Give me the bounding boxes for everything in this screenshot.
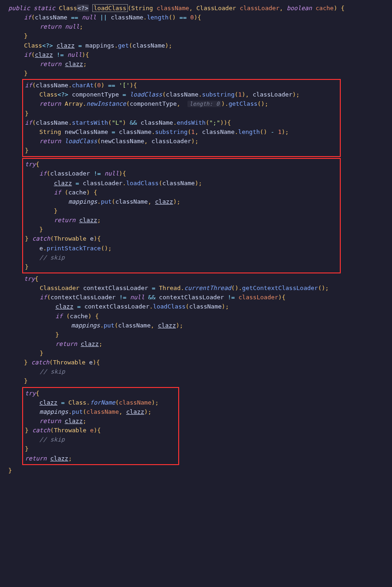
var: cache	[68, 189, 86, 196]
var: clazz	[50, 455, 68, 462]
generic: <?>	[57, 91, 68, 98]
var: e	[39, 245, 43, 252]
num: 1	[238, 91, 242, 98]
call: charAt	[72, 82, 94, 89]
var: newClassName	[65, 128, 108, 135]
kw-if: if	[54, 189, 61, 196]
var: clazz	[39, 399, 57, 406]
if-L: if(className.startsWith("L") && classNam…	[25, 118, 340, 127]
var: newClassName	[101, 138, 144, 145]
op: =	[61, 399, 65, 406]
brace: }	[8, 466, 392, 475]
kw-public: public	[8, 5, 30, 12]
str: ";"	[209, 119, 220, 126]
ret-type: Class	[59, 5, 77, 12]
var: clazz	[126, 408, 144, 415]
call: substring	[202, 91, 235, 98]
kw-return: return	[39, 100, 61, 107]
kw-catch: catch	[32, 235, 50, 242]
catch: } catch(Throwable e){	[25, 426, 178, 435]
code-block: public static Class<?> loadClass(String …	[8, 4, 392, 475]
if-null-check: if(className == null || className.length…	[8, 13, 392, 22]
ret-final: return clazz;	[25, 454, 178, 463]
type: ClassLoader	[40, 284, 79, 291]
var: mappings	[85, 42, 115, 49]
op: =	[122, 91, 126, 98]
kw-try: try	[25, 390, 36, 397]
comment: // skip	[40, 368, 65, 375]
var: className	[202, 128, 235, 135]
type: Throwable	[54, 235, 86, 242]
call: currentThread	[184, 284, 231, 291]
if-cache: if (cache) {	[8, 312, 392, 321]
var: clazz	[79, 217, 97, 224]
forName: clazz = Class.forName(className);	[25, 398, 178, 407]
var: className	[111, 14, 143, 21]
call: loadClass	[153, 303, 185, 310]
catch: } catch(Throwable e){	[8, 358, 392, 367]
kw-catch: catch	[31, 359, 49, 366]
var: className	[119, 399, 151, 406]
call: put	[72, 408, 83, 415]
kw-if: if	[55, 313, 63, 320]
op: =	[78, 42, 82, 49]
type: Throwable	[53, 359, 85, 366]
kw-if: if	[24, 51, 31, 58]
char-lit: '['	[119, 82, 130, 89]
var: className	[35, 14, 67, 21]
try: try{	[25, 389, 178, 398]
clazz-decl: Class<?> clazz = mappings.get(className)…	[8, 41, 392, 50]
var: clazz	[81, 340, 99, 347]
var: contextClassLoader	[50, 294, 115, 301]
num: 1	[278, 128, 282, 135]
var: className	[189, 303, 222, 310]
param-type: ClassLoader	[196, 5, 236, 12]
call: getContextClassLoader	[242, 284, 318, 291]
ccl-decl: ClassLoader contextClassLoader = Thread.…	[8, 284, 392, 293]
var: componentType	[72, 91, 119, 98]
op: =	[152, 284, 156, 291]
null: null	[104, 170, 119, 177]
brace: }	[25, 109, 340, 118]
var: className	[162, 180, 194, 187]
var: mappings	[68, 198, 97, 205]
highlight-box-2: try{ if(classLoader != null){ clazz = cl…	[22, 158, 341, 273]
brace: }	[8, 330, 392, 339]
null: null	[82, 14, 96, 21]
if-cached: if(clazz != null){	[8, 50, 392, 60]
ret-cached: return clazz;	[8, 60, 392, 69]
brace: }	[8, 31, 392, 41]
kw-return: return	[39, 138, 61, 145]
call: startsWith	[72, 119, 108, 126]
op: !=	[119, 294, 127, 301]
kw-return: return	[39, 418, 61, 424]
var: className	[86, 408, 119, 415]
kw-return: return	[25, 455, 47, 462]
put: mappings.put(className, clazz);	[25, 407, 178, 417]
kw-catch: catch	[32, 427, 50, 434]
call: length	[147, 14, 169, 21]
var: className	[166, 91, 198, 98]
var: clazz	[158, 322, 176, 329]
var: contextClassLoader	[83, 284, 148, 291]
brace: }	[25, 225, 340, 234]
type: Class	[39, 91, 57, 98]
call: length	[238, 128, 260, 135]
try: try{	[8, 274, 392, 284]
generic: <?>	[77, 5, 89, 12]
kw-if: if	[25, 82, 32, 89]
op: ==	[180, 14, 187, 21]
if-cl: if(classLoader != null){	[25, 169, 340, 178]
var: clazz	[56, 42, 74, 49]
call: put	[103, 322, 114, 329]
var: e	[90, 235, 94, 242]
brace: }	[8, 349, 392, 358]
new-cn: String newClassName = className.substrin…	[9, 127, 340, 137]
var: clazz	[65, 61, 83, 67]
var: clazz	[35, 51, 53, 58]
call: loadClass	[65, 138, 97, 145]
call: forName	[90, 399, 115, 406]
brace: }	[25, 206, 340, 216]
op: !=	[94, 170, 101, 177]
var: className	[36, 119, 68, 126]
